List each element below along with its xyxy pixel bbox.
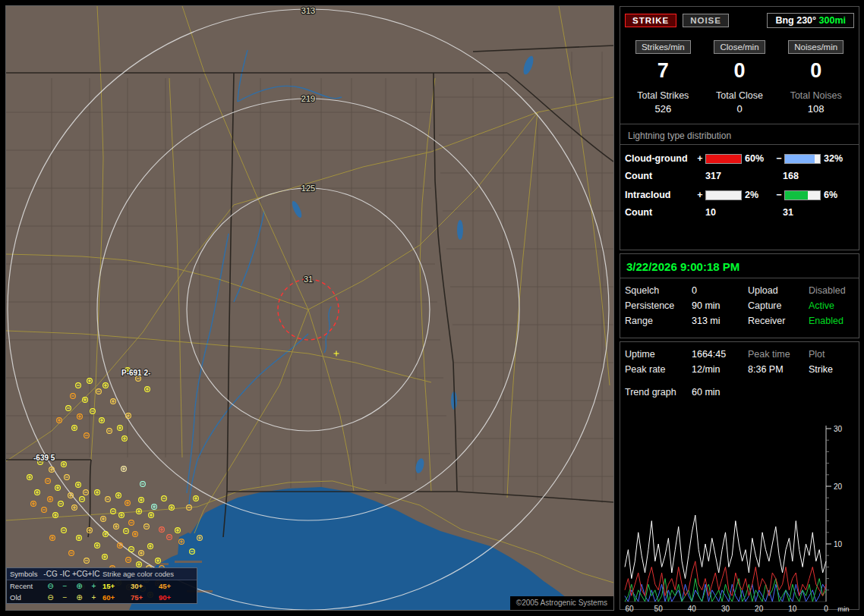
- plus-icon: +: [87, 582, 101, 590]
- uptime-label: Uptime: [625, 347, 692, 362]
- bearing-range: 300mi: [819, 15, 846, 26]
- age-code-60: 60+: [102, 593, 131, 602]
- trend-graph-row: Trend graph 60 min: [625, 385, 854, 400]
- svg-text:50: 50: [654, 605, 664, 613]
- divider: [620, 124, 859, 124]
- rates-panel: STRIKE NOISE Bng 230° 300mi Strikes/min …: [620, 6, 859, 250]
- persistence-label: Persistence: [625, 298, 692, 313]
- status-row: Persistence 90 min Capture Active: [625, 298, 854, 313]
- legend-recent-ages: 15+30+45+: [101, 582, 194, 590]
- age-code-90: 90+: [159, 593, 187, 602]
- plus-icon: +: [87, 593, 101, 602]
- svg-text:-639 5: -639 5: [33, 454, 55, 462]
- intracloud-count-row: Count 10 31: [625, 207, 854, 218]
- strike-mode-button[interactable]: STRIKE: [625, 14, 676, 27]
- peak-rate-value: 12/min: [692, 362, 748, 377]
- legend-symbols-label: Symbols: [10, 570, 43, 578]
- date-time-display: 3/22/2026 9:00:18 PM: [626, 260, 854, 273]
- squelch-value: 0: [692, 283, 748, 298]
- svg-text:30: 30: [721, 605, 730, 613]
- cg-negative-bar: [784, 154, 821, 164]
- minus-icon: −: [58, 593, 72, 602]
- svg-text:30: 30: [834, 425, 843, 433]
- cloud-ground-row: Cloud-ground + 60% − 32%: [625, 152, 854, 165]
- legend-col-neg-cg: -CG: [43, 570, 58, 578]
- cloud-ground-count-row: Count 317 168: [625, 171, 854, 181]
- svg-text:219: 219: [301, 94, 315, 103]
- svg-text:125: 125: [301, 184, 315, 193]
- svg-text:P-691 2-: P-691 2-: [121, 369, 150, 377]
- uptime-value: 1664:45: [692, 347, 748, 362]
- cg-positive-percent: 60%: [742, 152, 774, 165]
- upload-status: Disabled: [809, 283, 854, 298]
- age-code-30: 30+: [131, 582, 159, 590]
- close-column: Close/min 0 Total Close 0: [702, 40, 778, 115]
- plot-label: Plot: [809, 347, 854, 362]
- svg-text:10: 10: [788, 605, 797, 613]
- svg-text:min: min: [837, 605, 849, 613]
- cg-negative-percent: 32%: [821, 152, 853, 165]
- trend-graph-chart: 1020306050403020100min: [623, 420, 857, 616]
- svg-text:60: 60: [625, 605, 634, 613]
- total-close-label: Total Close: [702, 90, 778, 101]
- minus-icon: −: [774, 152, 784, 165]
- peak-time-label: Peak time: [748, 347, 809, 362]
- app-window: 31321912531 P-691 2--639 5 Symbols -CG -…: [0, 0, 864, 616]
- svg-text:313: 313: [301, 6, 315, 15]
- ic-negative-count: 31: [783, 207, 793, 218]
- circle-plus-icon: ⊕: [72, 593, 87, 602]
- legend-old-ages: 60+75+90+: [101, 593, 194, 602]
- strikes-per-min-label: Strikes/min: [635, 40, 691, 54]
- map-legend: Symbols -CG -IC +CG +IC Strike age color…: [6, 567, 197, 604]
- cg-positive-count: 317: [705, 171, 775, 181]
- legend-age-title: Strike age color codes: [101, 570, 194, 578]
- intracloud-row: Intracloud + 2% − 6%: [625, 189, 854, 201]
- rate-columns: Strikes/min 7 Total Strikes 526 Close/mi…: [625, 40, 854, 115]
- trend-panel: Uptime 1664:45 Peak time Plot Peak rate …: [620, 341, 859, 610]
- persistence-value: 90 min: [692, 298, 748, 313]
- plot-value: Strike: [809, 362, 854, 377]
- trend-window-value: 60 min: [692, 385, 748, 400]
- cloud-ground-label: Cloud-ground: [625, 152, 695, 165]
- distribution-title: Lightning type distribution: [620, 130, 859, 145]
- side-panel: STRIKE NOISE Bng 230° 300mi Strikes/min …: [620, 6, 859, 610]
- cg-count-label: Count: [625, 171, 695, 181]
- total-noises-label: Total Noises: [777, 90, 854, 101]
- rivers: [187, 50, 342, 505]
- noises-column: Noises/min 0 Total Noises 108: [777, 40, 854, 115]
- cg-positive-bar: [705, 154, 742, 164]
- lightning-map[interactable]: 31321912531 P-691 2--639 5 Symbols -CG -…: [6, 6, 613, 610]
- peak-rate-label: Peak rate: [625, 362, 692, 377]
- legend-col-pos-ic: +IC: [87, 570, 101, 578]
- ic-negative-percent: 6%: [821, 189, 853, 201]
- capture-label: Capture: [748, 298, 809, 313]
- status-panel: 3/22/2026 9:00:18 PM Squelch 0 Upload Di…: [620, 253, 859, 338]
- circle-minus-icon: ⊖: [43, 582, 58, 590]
- strikes-per-min-value: 7: [625, 57, 702, 83]
- uptime-row: Uptime 1664:45 Peak time Plot: [625, 347, 854, 362]
- total-strikes-value: 526: [625, 103, 702, 115]
- peak-time-value: 8:36 PM: [748, 362, 809, 377]
- plus-icon: +: [695, 189, 705, 201]
- noise-mode-button[interactable]: NOISE: [683, 14, 729, 27]
- legend-col-pos-cg: +CG: [72, 570, 87, 578]
- minus-icon: −: [58, 582, 72, 590]
- plus-icon: +: [695, 152, 705, 165]
- intracloud-label: Intracloud: [625, 189, 695, 201]
- legend-col-neg-ic: -IC: [58, 570, 72, 578]
- legend-old-label: Old: [10, 593, 43, 602]
- bearing-label: Bng 230°: [775, 15, 816, 26]
- ic-count-label: Count: [625, 207, 695, 218]
- cg-negative-count: 168: [783, 171, 799, 181]
- circle-minus-icon: ⊖: [43, 593, 58, 602]
- capture-status: Active: [809, 298, 854, 313]
- water-layer: [129, 50, 613, 610]
- copyright-notice: ©2005 Astrogenic Systems: [510, 596, 613, 610]
- trend-graph-label: Trend graph: [625, 385, 692, 400]
- svg-text:40: 40: [688, 605, 697, 613]
- ic-positive-bar: [705, 190, 742, 200]
- legend-recent-label: Recent: [10, 582, 43, 590]
- legend-recent-row: Recent ⊖ − ⊕ + 15+30+45+: [7, 580, 197, 592]
- age-code-45: 45+: [159, 582, 187, 590]
- age-code-15: 15+: [102, 582, 131, 590]
